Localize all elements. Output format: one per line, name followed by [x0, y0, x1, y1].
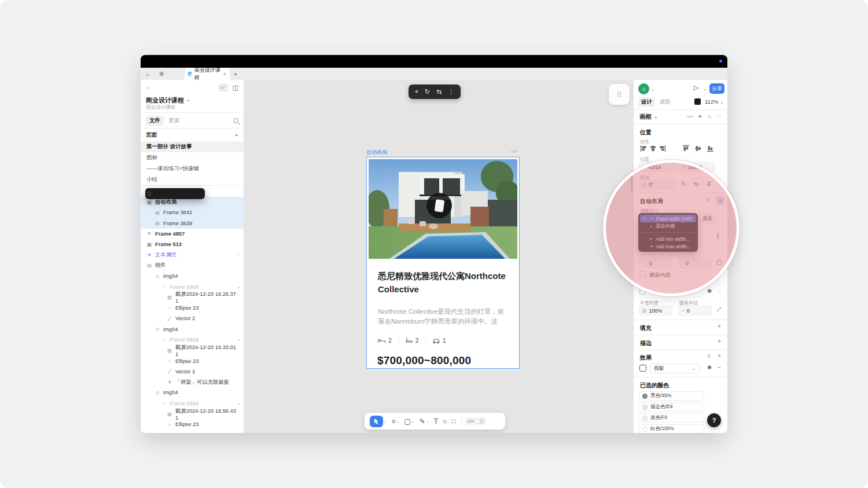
opacity-input[interactable]: ▨100% — [639, 306, 672, 315]
add-stroke-icon[interactable]: + — [718, 337, 721, 344]
select-tool-caret-icon[interactable]: ⌄ — [384, 419, 387, 424]
add-page-button[interactable]: + — [235, 131, 238, 138]
layer-row[interactable]: 截屏2024-12-20 16.33.01 1 — [141, 345, 244, 355]
layer-row[interactable]: img04 — [141, 324, 244, 335]
flip-vertical-icon[interactable]: ⇵ — [707, 181, 711, 187]
gap-horizontal-input[interactable]: ↔0 — [639, 258, 672, 268]
layer-row[interactable]: 文本属性− — [141, 249, 244, 260]
actions-shortcut-badge[interactable]: A? — [219, 85, 227, 91]
effects-styles-icon[interactable]: ⠿ — [707, 354, 711, 359]
rotation-input[interactable]: ∠0° — [639, 179, 675, 189]
shadow-effect-icon[interactable] — [639, 365, 646, 372]
pen-tool-caret-icon[interactable]: ⌄ — [426, 419, 429, 424]
share-button[interactable]: 分享 — [709, 83, 724, 94]
layer-row[interactable]: 「框架」可以无限嵌套 — [141, 377, 244, 387]
community-icon[interactable]: ⊕ — [155, 68, 168, 80]
tab-design[interactable]: 设计 — [638, 97, 655, 107]
avatar[interactable]: ☺ — [638, 83, 649, 94]
menu-item-add-max-width[interactable]: ⇥Add max width... — [640, 243, 696, 250]
search-icon[interactable] — [233, 118, 238, 123]
close-tab-icon[interactable]: × — [223, 71, 226, 77]
new-tab-button[interactable]: + — [230, 68, 241, 80]
layer-row[interactable]: Frame 513 — [141, 239, 244, 249]
canvas[interactable]: ⌖ ↻ ⇆ ⋮ ⠿ 自动布局 </> — [244, 80, 634, 433]
align-bottom-icon[interactable] — [707, 145, 714, 152]
rotate-icon[interactable]: ↻ — [681, 181, 686, 187]
layer-row[interactable]: 截屏2024-12-20 16.56.43 1 — [141, 409, 244, 419]
zoom-caret-icon[interactable]: ⌄ — [720, 100, 724, 105]
home-icon[interactable]: ⌂ — [141, 68, 155, 80]
align-v-center-icon[interactable] — [694, 145, 702, 152]
more-options-icon[interactable]: ⋯ — [717, 114, 722, 119]
detach-instance-icon[interactable]: ◇ — [708, 114, 711, 119]
present-caret-icon[interactable]: ⌄ — [703, 87, 707, 91]
avatar-caret-icon[interactable]: ⌄ — [651, 87, 655, 91]
align-right-icon[interactable] — [659, 145, 666, 152]
history-icon[interactable]: ↻ — [425, 88, 430, 96]
text-tool[interactable]: T — [434, 417, 438, 425]
frame-tool-caret-icon[interactable]: ⌄ — [396, 419, 400, 424]
toggle-panel-icon[interactable]: ◫ — [233, 84, 238, 91]
file-name-caret-icon[interactable]: ⌄ — [186, 98, 190, 102]
menu-item-hug-contents[interactable]: ⪫适应内容 — [640, 222, 696, 230]
align-h-center-icon[interactable] — [649, 145, 657, 152]
frame-tool[interactable]: ⌗ — [392, 417, 396, 425]
layer-row[interactable]: Vector 2 — [141, 313, 244, 324]
effect-visibility-icon[interactable]: ◉ — [707, 364, 712, 370]
swap-icon[interactable]: ⇆ — [436, 88, 442, 96]
theme-swatch-icon[interactable] — [694, 98, 701, 105]
effect-type-select[interactable]: 投影⌄ — [650, 364, 700, 373]
visibility-eye-icon[interactable]: ◉ — [707, 288, 712, 293]
dev-mode-toggle[interactable]: </> — [465, 417, 487, 425]
floating-widget-button[interactable]: ⠿ — [609, 84, 630, 105]
layer-row[interactable]: Ellipse 23 — [141, 419, 244, 430]
layer-row[interactable]: 截屏2024-12-20 16.26.37 1 — [141, 292, 244, 303]
auto-layout-active-icon[interactable]: ☰ — [716, 196, 724, 205]
page-item[interactable]: ——课后练习+快捷键 — [141, 163, 244, 174]
fit-content-button[interactable]: 适应 — [699, 214, 716, 223]
collapse-icon[interactable]: − — [237, 252, 240, 258]
main-menu-icon[interactable]: ⧉ — [145, 188, 205, 199]
add-effect-icon[interactable]: + — [718, 352, 721, 359]
selection-color-row[interactable]: 描边色/E9 — [639, 402, 704, 412]
dev-code-icon[interactable]: </> — [687, 114, 694, 119]
layout-grid-icon[interactable]: ⠿ — [707, 197, 711, 203]
layer-row[interactable]: Frame 3839 — [141, 218, 244, 229]
align-top-icon[interactable] — [682, 145, 690, 152]
page-item[interactable]: 图标 — [141, 152, 244, 163]
page-item[interactable]: 第一部分 设计故事 — [141, 141, 244, 152]
menu-item-add-min-width[interactable]: ⇤Add min width... — [640, 235, 696, 243]
menu-item-fixed-width[interactable]: ✓⇥Fixed width (400) — [640, 215, 696, 222]
shape-tool-caret-icon[interactable]: ⌄ — [411, 419, 415, 424]
remove-effect-icon[interactable]: − — [718, 364, 721, 370]
layer-row[interactable]: Frame 3842 — [141, 207, 244, 218]
design-card-frame[interactable]: 悉尼精致优雅现代公寓Northcote Collective Northcote… — [366, 157, 520, 369]
layer-row[interactable]: Ellipse 23 — [141, 355, 244, 366]
layer-row[interactable]: 组件 — [141, 260, 244, 271]
page-item[interactable]: 小结 — [141, 174, 244, 185]
select-tool[interactable] — [370, 416, 383, 427]
kebab-menu-icon[interactable]: ⋮ — [448, 88, 454, 96]
widgets-tool[interactable]: ∷ — [451, 417, 456, 425]
y-position-input[interactable]: Y19480 — [679, 162, 715, 172]
flip-horizontal-icon[interactable]: ⇆ — [694, 181, 698, 187]
padding-sliders-icon[interactable]: ⫲ — [717, 232, 719, 239]
pen-tool[interactable]: ✎ — [420, 417, 425, 425]
independent-corners-icon[interactable]: ⤢ — [717, 306, 721, 313]
layer-row[interactable]: img04 — [141, 387, 244, 398]
selection-color-row[interactable]: 黑色/45% — [639, 391, 704, 401]
tab-file[interactable]: 文件 — [146, 116, 164, 126]
tab-prototype[interactable]: 原型 — [660, 98, 671, 106]
selection-color-row[interactable]: 白色/100% — [639, 424, 704, 433]
tab-assets[interactable]: 资源 — [168, 117, 179, 124]
frame-name-label[interactable]: 自动布局 — [366, 149, 387, 156]
layer-row[interactable]: Frame 4857 — [141, 229, 244, 239]
create-component-icon[interactable]: ❖ — [698, 114, 702, 119]
frame-code-icon[interactable]: </> — [511, 149, 517, 154]
hidden-eye-icon[interactable]: ⌣ — [237, 284, 240, 290]
file-tab[interactable]: 商业设计课程 × — [185, 68, 230, 80]
zoom-level[interactable]: 112% — [705, 98, 719, 105]
layer-row[interactable]: Ellipse 23 — [141, 303, 244, 313]
hidden-eye-icon[interactable]: ⌣ — [237, 337, 240, 343]
selection-color-row[interactable]: 底色/F0 — [639, 413, 704, 423]
